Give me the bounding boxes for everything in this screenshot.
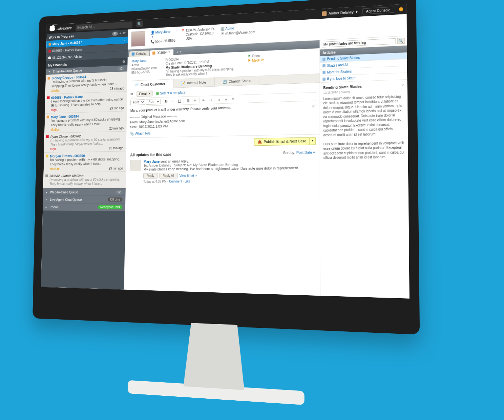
avatar-icon xyxy=(130,159,141,171)
article-search-input[interactable] xyxy=(322,38,396,48)
status-pill: Ready for Calls xyxy=(98,205,122,209)
queue-label: Phone xyxy=(50,205,58,209)
book-icon xyxy=(323,58,326,61)
brand-text: salesforce xyxy=(56,26,72,31)
reply-all-button[interactable]: Reply All xyxy=(159,173,178,178)
case-status: Open xyxy=(252,54,260,58)
case-priority: Medium xyxy=(50,167,59,171)
article-link: Bending Skate Blades xyxy=(327,56,360,61)
close-icon[interactable]: × xyxy=(401,83,404,88)
atab-label: Change Status xyxy=(229,79,251,83)
tab-add[interactable]: + ▾ xyxy=(174,49,183,55)
reply-button[interactable]: Reply xyxy=(143,173,158,178)
sort-label: Sort by: xyxy=(283,151,295,155)
size-select[interactable]: Size xyxy=(146,99,160,105)
wip-title: Work in Progress xyxy=(49,34,74,39)
case-item[interactable]: Sidney Crosby - 003644 I'm having a prob… xyxy=(45,72,127,94)
outdent-button[interactable]: ⇤ xyxy=(200,97,207,103)
atab-label: Email Customer xyxy=(140,82,165,86)
update-subject: My Skate Blades are Bending xyxy=(193,162,238,167)
cloud-icon xyxy=(50,27,55,32)
atab-label: Internal Note xyxy=(187,80,206,85)
italic-button[interactable]: I xyxy=(170,98,176,104)
gear-icon[interactable]: ⚙ xyxy=(122,60,125,64)
wip-count-badge: 6 xyxy=(112,32,118,36)
case-time: 23 min ago xyxy=(110,86,124,90)
note-icon: 📝 xyxy=(181,81,185,85)
search-placeholder: Search All... xyxy=(77,25,95,30)
case-snippet: I'm having a problem with my x-60 sticks… xyxy=(51,117,124,128)
email-icon: 📨 xyxy=(135,83,139,87)
case-time: 23 min ago xyxy=(109,166,123,170)
case-time: 23 min ago xyxy=(110,106,124,110)
indent-button[interactable]: ⇥ xyxy=(207,97,214,103)
queue-label: Web-to-Case Queue xyxy=(50,190,78,194)
bullet-list-button[interactable]: ☰ xyxy=(185,97,191,103)
align-left-button[interactable]: ≡ xyxy=(216,96,222,102)
book-icon xyxy=(323,71,326,74)
bold-button[interactable]: B xyxy=(163,98,169,104)
email-btn-label: Email xyxy=(139,92,147,96)
case-priority: Medium xyxy=(52,89,61,92)
phone-queue[interactable]: ▸ Phone Ready for Calls xyxy=(43,203,125,211)
contact-account[interactable]: Acme xyxy=(225,26,234,31)
article-search-button[interactable]: 🔍 xyxy=(397,38,405,44)
flag-icon xyxy=(49,50,51,52)
book-icon xyxy=(323,64,326,67)
font-select[interactable]: Font xyxy=(130,99,145,105)
case-item[interactable]: Mary Jane - 003694 I'm having a problem … xyxy=(44,111,127,133)
flag-icon xyxy=(48,77,50,80)
web-to-case-queue[interactable]: ▸ Web-to-Case Queue 12 xyxy=(43,188,126,196)
align-center-button[interactable]: ≡ xyxy=(223,96,229,102)
updates-title: All updates for this case xyxy=(130,152,171,157)
publish-dropdown[interactable]: ▾ xyxy=(310,137,316,145)
case-item[interactable]: Morgan Timms - 003600 I'm having a probl… xyxy=(44,151,126,172)
current-user-menu[interactable]: Amber Delaney ▾ xyxy=(322,10,358,16)
search-icon[interactable]: 🔍 xyxy=(136,21,143,28)
queue-label: Email-to-Case Queue xyxy=(52,68,82,73)
left-sidebar: Work in Progress 6 + ⟳ Mary Jane - 00369… xyxy=(41,30,128,290)
user-name: Amber Delaney xyxy=(328,10,353,15)
tab-label: Details xyxy=(136,52,146,56)
history-icon[interactable]: ⟳ xyxy=(123,31,126,35)
contact-name[interactable]: Mary Jane xyxy=(155,30,170,34)
select-template-link[interactable]: ▦Select a template xyxy=(156,90,185,95)
collapse-icon: ▾ xyxy=(49,70,50,73)
sort-dropdown[interactable]: Post Date ▾ xyxy=(296,150,315,155)
case-updates: All updates for this case Sort by: Post … xyxy=(126,147,320,186)
status-icon: 🔄 xyxy=(222,79,227,84)
status-pill: Off Line xyxy=(108,198,122,202)
underline-button[interactable]: U xyxy=(177,98,182,104)
case-item[interactable]: Ryan Clowe - 003702 I'm having a problem… xyxy=(44,131,126,153)
contact-email: mJane@Acme.com xyxy=(225,30,255,35)
salesforce-logo: salesforce xyxy=(50,26,72,32)
tab-internal-note[interactable]: 📝Internal Note xyxy=(173,78,215,88)
status-indicator-icon[interactable] xyxy=(399,7,403,11)
email-body[interactable]: Mary, your product is still under warran… xyxy=(130,103,316,130)
articles-panel: 🔍 Articles Bending Skate BladesSkates an… xyxy=(320,36,410,299)
tab-change-status[interactable]: 🔄Change Status xyxy=(214,76,260,86)
case-item[interactable]: 003682 - Patrick Kane I keep kicking but… xyxy=(45,91,127,114)
chat-icon: 💬 xyxy=(48,56,52,60)
align-right-button[interactable]: ≡ xyxy=(230,96,236,102)
update-to: Amber Delaney xyxy=(149,163,171,167)
article-link: More for Skaters xyxy=(327,70,352,74)
case-item[interactable]: 003682 - Jamie McGinn I'm having a probl… xyxy=(43,172,126,189)
agent-console-button[interactable]: Agent Console xyxy=(362,7,394,14)
case-time: 23 min ago xyxy=(109,126,124,130)
add-icon[interactable]: + xyxy=(119,32,121,36)
send-icon: 📤 xyxy=(258,139,262,144)
publish-email-button[interactable]: 📤Publish Email & Next Case xyxy=(254,137,310,146)
email-type-dropdown[interactable]: Email ▾ xyxy=(136,91,152,97)
details-icon xyxy=(132,52,135,56)
update-author[interactable]: Mary Jane xyxy=(144,159,160,163)
like-link[interactable]: Like xyxy=(185,179,190,183)
case-phone: 555-555-5555 xyxy=(131,70,157,74)
live-agent-queue[interactable]: ▸ Live Agent Chat Queue Off Line xyxy=(43,196,126,203)
clear-icon[interactable]: ⊘ xyxy=(312,103,316,109)
article-link: If you love to Skate xyxy=(327,76,355,81)
facebook-icon[interactable]: f xyxy=(151,35,154,39)
comment-link[interactable]: Comment xyxy=(169,179,182,183)
number-list-button[interactable]: ≡ xyxy=(192,97,198,103)
view-email-link[interactable]: View Email » xyxy=(179,174,197,177)
